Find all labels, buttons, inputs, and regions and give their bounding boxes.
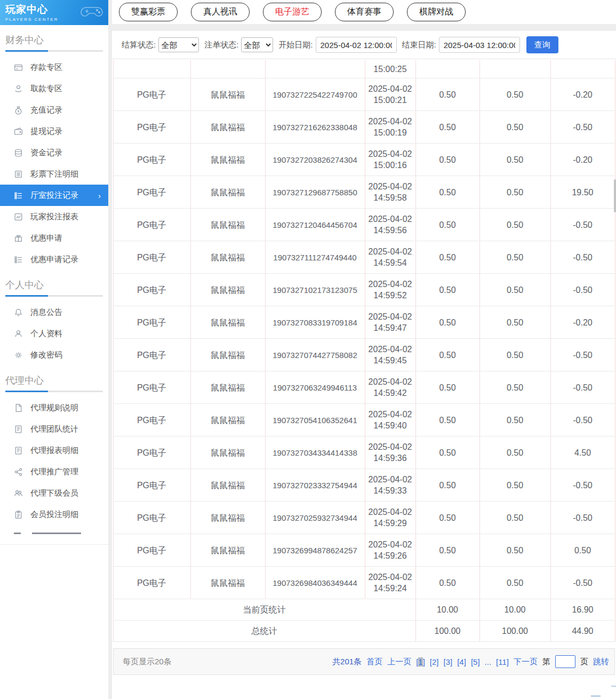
hand-icon — [14, 84, 23, 93]
sidebar-item[interactable]: 代理下级会员 — [0, 482, 108, 504]
cell-time-line: 15:00:21 — [366, 94, 414, 106]
sidebar-item[interactable]: 代理报表明细 — [0, 440, 108, 461]
cell-provider — [113, 60, 190, 78]
cell-date-line: 2025-04-02 — [366, 409, 414, 420]
cell-date-line: 2025-04-02 — [366, 279, 414, 290]
summary-label: 当前页统计 — [113, 599, 415, 621]
table-row: PG电子鼠鼠福福19073271296877588502025-04-0214:… — [113, 176, 615, 209]
game-category-tabbar: 雙赢彩票真人视讯电子游艺体育赛事棋牌对战 — [112, 0, 616, 24]
page-number: 2 — [432, 657, 436, 666]
cell-game: 鼠鼠福福 — [190, 111, 265, 144]
cell-bet: 0.50 — [415, 306, 479, 339]
cell-winloss: 0.50 — [550, 534, 615, 567]
jump-page-input[interactable] — [555, 655, 575, 668]
sidebar-item-label: 充值记录 — [30, 105, 62, 115]
sidebar-item[interactable]: 会员投注明细 — [0, 504, 108, 525]
users-icon — [14, 489, 23, 498]
cell-time-line: 15:00:16 — [366, 160, 414, 171]
page-number: 1 — [418, 657, 422, 666]
first-page-link[interactable]: 首页 — [366, 657, 382, 667]
sidebar-item-clipped[interactable] — [0, 531, 108, 536]
cell-date-line: 2025-04-02 — [366, 116, 414, 127]
report-icon — [14, 446, 23, 455]
moneybag-icon — [14, 106, 23, 115]
sidebar-item[interactable]: 优惠申请 — [0, 227, 108, 249]
sidebar-item[interactable]: 厅室投注记录› — [0, 185, 108, 206]
scrollbar-thumb[interactable] — [614, 179, 616, 212]
total-count: 共201条 — [332, 657, 362, 667]
page-size-text: 每页显示20条 — [123, 657, 172, 667]
table-row: PG电子鼠鼠福福19073270343344143382025-04-0214:… — [113, 436, 615, 469]
prev-page-link[interactable]: 上一页 — [387, 657, 411, 667]
sidebar-item[interactable]: 代理团队统计 — [0, 418, 108, 440]
cell-time-line: 14:59:29 — [366, 518, 414, 529]
jump-button[interactable]: 跳转 — [593, 657, 609, 667]
query-button[interactable]: 查询 — [526, 36, 558, 53]
cell-time: 2025-04-0214:59:58 — [365, 176, 415, 209]
page-number-link[interactable]: [4] — [457, 657, 466, 666]
cell-game: 鼠鼠福福 — [190, 436, 265, 469]
cell-order-id: 1907327102173123075 — [265, 274, 365, 306]
cell-time-line: 14:59:24 — [366, 583, 414, 594]
report-icon — [14, 425, 23, 434]
page-number-link[interactable]: [1] — [416, 657, 425, 666]
page-number-link[interactable]: [2] — [430, 657, 439, 666]
cell-provider: PG电子 — [113, 176, 190, 209]
sidebar-item[interactable]: 资金记录 — [0, 142, 108, 163]
sidebar-item[interactable]: 存款专区 — [0, 57, 108, 78]
start-date-input[interactable] — [316, 37, 397, 53]
cell-bet: 0.50 — [415, 339, 479, 371]
cell-time: 2025-04-0215:00:16 — [365, 144, 415, 176]
next-page-link[interactable]: 下一页 — [514, 657, 538, 667]
settle-status-label: 结算状态: — [122, 40, 156, 50]
sidebar-item[interactable]: 提现记录 — [0, 121, 108, 142]
cell-time: 2025-04-0214:59:42 — [365, 371, 415, 404]
page-number-link[interactable]: [11] — [496, 657, 509, 666]
cell-date-line: 2025-04-02 — [366, 506, 414, 518]
sidebar-item[interactable]: 修改密码 — [0, 344, 108, 366]
game-category-tab[interactable]: 体育赛事 — [335, 3, 394, 21]
person-icon — [14, 329, 23, 338]
cell-provider: PG电子 — [113, 78, 190, 111]
sidebar-item[interactable]: 取款专区 — [0, 78, 108, 99]
sidebar-item[interactable]: 代理推广管理 — [0, 461, 108, 482]
cell-time: 2025-04-0214:59:47 — [365, 306, 415, 339]
cell-time-line: 14:59:26 — [366, 550, 414, 561]
game-category-tab[interactable]: 雙赢彩票 — [119, 3, 178, 21]
cell-valid: 0.50 — [479, 306, 550, 339]
cell-winloss: -0.50 — [550, 241, 615, 274]
sidebar-item[interactable]: 消息公告 — [0, 301, 108, 323]
game-category-tab[interactable]: 真人视讯 — [191, 3, 250, 21]
jump-prefix-label: 第 — [542, 657, 550, 667]
cell-time: 2025-04-0214:59:54 — [365, 241, 415, 274]
cell-time: 2025-04-0214:59:26 — [365, 534, 415, 567]
cell-winloss: -0.50 — [550, 502, 615, 534]
cell-valid: 0.50 — [479, 209, 550, 241]
sidebar-item[interactable]: 彩票下注明细 — [0, 163, 108, 185]
page-number-link[interactable]: [3] — [444, 657, 453, 666]
coins-icon — [14, 148, 23, 157]
sidebar-item[interactable]: 优惠申请记录 — [0, 249, 108, 270]
sidebar-item[interactable]: 充值记录 — [0, 99, 108, 121]
order-status-select[interactable]: 全部 — [241, 37, 273, 52]
game-category-tab[interactable]: 电子游艺 — [263, 3, 322, 21]
bell-icon — [14, 308, 23, 317]
cell-date-line: 2025-04-02 — [366, 344, 414, 355]
cell-bet: 0.50 — [415, 241, 479, 274]
table-row: PG电子鼠鼠福福19073269948786242572025-04-0214:… — [113, 534, 615, 567]
sidebar-item[interactable]: 玩家投注报表 — [0, 206, 108, 227]
settle-status-select[interactable]: 全部 — [158, 37, 199, 52]
game-category-tab[interactable]: 棋牌对战 — [407, 3, 466, 21]
cell-game: 鼠鼠福福 — [190, 274, 265, 306]
page-number: 5 — [473, 657, 477, 666]
cell-valid: 0.50 — [479, 534, 550, 567]
cell-order-id: 1907327083319709184 — [265, 306, 365, 339]
cell-valid: 0.50 — [479, 436, 550, 469]
page-number-link[interactable]: [5] — [471, 657, 480, 666]
cell-valid: 0.50 — [479, 241, 550, 274]
clipped-label — [32, 533, 81, 534]
sidebar-section-title: 代理中心 — [5, 374, 103, 387]
sidebar-item[interactable]: 个人资料 — [0, 323, 108, 344]
end-date-input[interactable] — [439, 37, 520, 53]
sidebar-item[interactable]: 代理规则说明 — [0, 397, 108, 418]
